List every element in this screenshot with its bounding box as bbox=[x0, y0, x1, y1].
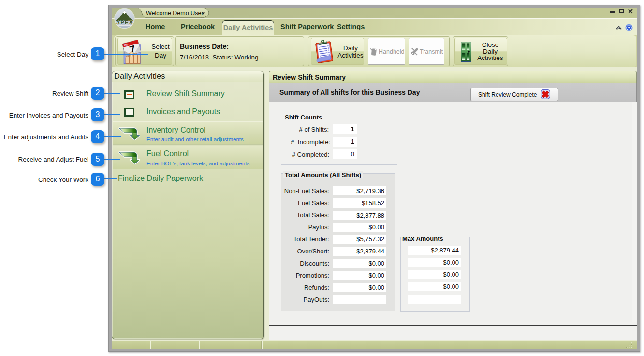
svg-text:Welcome Demo User: Welcome Demo User bbox=[146, 10, 204, 16]
svg-text:APEX: APEX bbox=[116, 19, 133, 25]
svg-text:?: ? bbox=[628, 25, 630, 30]
